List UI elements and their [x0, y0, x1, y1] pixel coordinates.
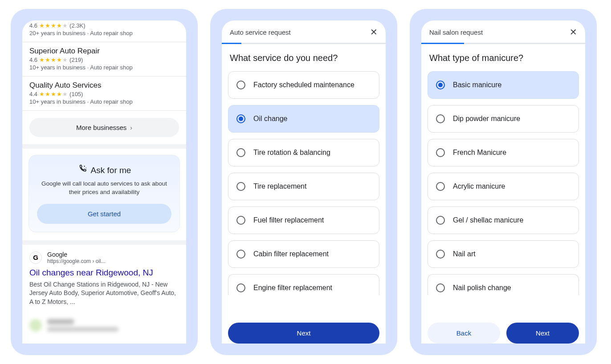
- more-businesses-label: More businesses: [76, 124, 126, 131]
- result-source-name: Google: [47, 251, 106, 258]
- years-in-business: 10+ years in business: [29, 98, 86, 105]
- option-label: Engine filter replacement: [253, 284, 332, 292]
- question-heading: What type of manicure?: [421, 44, 585, 68]
- radio-icon: [236, 283, 245, 292]
- option-label: French Manicure: [453, 149, 506, 157]
- phone-frame-1: 4.6 ★★★★★ (2.3K) 20+ years in business A…: [11, 9, 198, 355]
- next-button[interactable]: Next: [228, 323, 379, 344]
- sheet-title: Nail salon request: [429, 28, 483, 36]
- question-heading: What service do you need?: [222, 44, 386, 68]
- radio-icon: [236, 216, 245, 225]
- more-businesses-button[interactable]: More businesses ›: [29, 118, 179, 137]
- option-label: Gel / shellac manicure: [453, 216, 523, 224]
- chevron-right-icon: ›: [130, 124, 132, 131]
- radio-icon: [436, 283, 445, 292]
- back-button[interactable]: Back: [428, 323, 500, 344]
- rating-value: 4.6: [29, 22, 37, 29]
- review-count: (105): [69, 91, 83, 97]
- option-label: Dip powder manicure: [453, 115, 520, 123]
- option-label: Basic manicure: [453, 81, 501, 89]
- rating-stars: ★★★★★: [39, 91, 68, 97]
- ask-for-me-card: Ask for me Google will call local auto s…: [29, 155, 180, 232]
- business-name: Quality Auto Services: [29, 81, 179, 90]
- close-icon[interactable]: ✕: [570, 27, 577, 37]
- options-list: Basic manicure Dip powder manicure Frenc…: [421, 71, 585, 316]
- option-label: Oil change: [253, 115, 288, 123]
- result-source-url: https://google.com › oil...: [47, 258, 106, 264]
- business-category: Auto repair shop: [87, 30, 133, 36]
- option-label: Factory scheduled maintenance: [253, 81, 354, 89]
- business-category: Auto repair shop: [87, 98, 133, 105]
- option-oil-change[interactable]: Oil change: [228, 105, 379, 133]
- business-listing[interactable]: 4.6 ★★★★★ (2.3K) 20+ years in business A…: [22, 20, 186, 42]
- option-cabin-filter[interactable]: Cabin filter replacement: [228, 240, 379, 268]
- option-label: Cabin filter replacement: [253, 250, 329, 258]
- radio-icon: [436, 81, 445, 89]
- business-name: Superior Auto Repair: [29, 47, 179, 56]
- option-nail-art[interactable]: Nail art: [428, 240, 579, 268]
- option-nail-polish-change[interactable]: Nail polish change: [428, 274, 579, 295]
- phone-frame-2: Auto service request ✕ What service do y…: [210, 9, 397, 355]
- rating-value: 4.6: [29, 57, 37, 63]
- option-label: Nail polish change: [453, 284, 511, 292]
- options-list: Factory scheduled maintenance Oil change…: [222, 71, 386, 316]
- radio-icon: [236, 114, 245, 123]
- business-listing[interactable]: Superior Auto Repair 4.6 ★★★★★ (219) 10+…: [22, 42, 186, 77]
- option-label: Fuel filter replacement: [253, 216, 324, 224]
- option-tire-rotation[interactable]: Tire rotation & balancing: [228, 139, 379, 166]
- business-listing[interactable]: Quality Auto Services 4.4 ★★★★★ (105) 10…: [22, 77, 186, 111]
- screen-search-results: 4.6 ★★★★★ (2.3K) 20+ years in business A…: [22, 20, 186, 344]
- years-in-business: 20+ years in business: [29, 30, 86, 36]
- phone-frame-3: Nail salon request ✕ What type of manicu…: [410, 9, 597, 355]
- close-icon[interactable]: ✕: [370, 27, 378, 37]
- blurred-result: [22, 315, 186, 336]
- radio-icon: [436, 216, 445, 225]
- result-snippet: Best Oil Change Stations in Ridgewood, N…: [29, 280, 179, 307]
- option-engine-filter[interactable]: Engine filter replacement: [228, 274, 379, 295]
- radio-icon: [436, 182, 445, 191]
- option-gel-shellac[interactable]: Gel / shellac manicure: [428, 206, 579, 234]
- rating-stars: ★★★★★: [39, 57, 68, 63]
- screen-auto-service-request: Auto service request ✕ What service do y…: [222, 20, 386, 344]
- radio-icon: [436, 250, 445, 259]
- google-logo-icon: G: [29, 251, 42, 264]
- option-acrylic-manicure[interactable]: Acrylic manicure: [428, 173, 579, 200]
- rating-stars: ★★★★★: [39, 23, 68, 28]
- radio-icon: [236, 81, 245, 89]
- radio-icon: [436, 114, 445, 123]
- get-started-button[interactable]: Get started: [37, 204, 171, 224]
- radio-icon: [236, 182, 245, 191]
- section-divider: [22, 144, 186, 149]
- option-label: Nail art: [453, 250, 476, 258]
- review-count: (2.3K): [69, 22, 85, 29]
- option-tire-replacement[interactable]: Tire replacement: [228, 173, 379, 200]
- radio-icon: [236, 148, 245, 157]
- ask-description: Google will call local auto services to …: [37, 180, 171, 197]
- result-title[interactable]: Oil changes near Ridgewood, NJ: [29, 268, 179, 278]
- radio-icon: [236, 250, 245, 259]
- option-label: Tire rotation & balancing: [253, 149, 330, 157]
- sheet-title: Auto service request: [230, 28, 291, 36]
- screen-nail-salon-request: Nail salon request ✕ What type of manicu…: [421, 20, 585, 344]
- option-label: Tire replacement: [253, 182, 306, 190]
- option-fuel-filter[interactable]: Fuel filter replacement: [228, 206, 379, 234]
- radio-icon: [436, 148, 445, 157]
- next-button[interactable]: Next: [506, 323, 579, 344]
- business-category: Auto repair shop: [87, 64, 133, 71]
- rating-value: 4.4: [29, 91, 37, 97]
- search-result[interactable]: G Google https://google.com › oil... Oil…: [22, 240, 186, 308]
- option-french-manicure[interactable]: French Manicure: [428, 139, 579, 166]
- ask-title: Ask for me: [91, 166, 131, 175]
- phone-sparkle-icon: [77, 164, 87, 176]
- years-in-business: 10+ years in business: [29, 64, 86, 71]
- option-factory-maintenance[interactable]: Factory scheduled maintenance: [228, 71, 379, 99]
- option-label: Acrylic manicure: [453, 182, 505, 190]
- option-dip-powder[interactable]: Dip powder manicure: [428, 105, 579, 133]
- review-count: (219): [69, 57, 83, 63]
- option-basic-manicure[interactable]: Basic manicure: [428, 71, 579, 99]
